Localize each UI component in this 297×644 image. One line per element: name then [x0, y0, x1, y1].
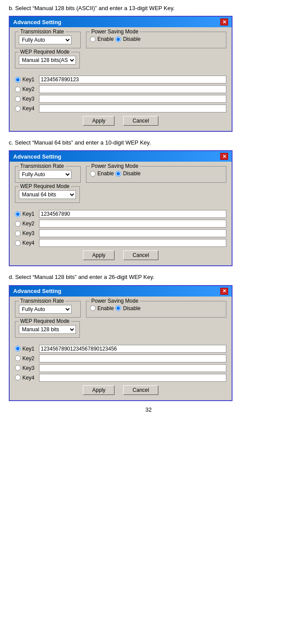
dialog-c-key1-row: Key1: [15, 210, 226, 218]
dialog-d-key1-input[interactable]: [39, 345, 226, 353]
dialog-b-close-button[interactable]: ✕: [220, 18, 228, 25]
dialog-c-key2-row: Key2: [15, 220, 226, 228]
dialog-c-transmission-group: Transmission Rate Fully Auto: [15, 166, 81, 183]
dialog-b-key4-row: Key4: [15, 105, 226, 112]
dialog-c-key3-label: Key3: [22, 230, 34, 236]
dialog-d-enable-label: Enable: [97, 305, 114, 311]
dialog-b-top-row: Transmission Rate Fully Auto Power Savin…: [15, 32, 226, 48]
dialog-c-key1-radio[interactable]: [15, 211, 21, 217]
dialog-d-enable-radio[interactable]: [90, 305, 96, 311]
dialog-d: Advanced Setting ✕ Transmission Rate Ful…: [9, 285, 233, 401]
dialog-c-transmission-select[interactable]: Fully Auto: [19, 170, 72, 179]
dialog-b-body: Transmission Rate Fully Auto Power Savin…: [10, 27, 232, 131]
dialog-d-cancel-button[interactable]: Cancel: [123, 385, 158, 395]
dialog-d-transmission-group: Transmission Rate Fully Auto: [15, 301, 81, 318]
dialog-c-transmission-label: Transmission Rate: [19, 163, 65, 169]
dialog-d-key1-row: Key1: [15, 345, 226, 353]
dialog-b-power-label: Power Saving Mode: [90, 29, 140, 35]
dialog-b-titlebar: Advanced Setting ✕: [10, 17, 232, 27]
dialog-c-apply-button[interactable]: Apply: [83, 250, 115, 260]
dialog-d-key2-input[interactable]: [39, 355, 226, 362]
dialog-b-key2-label: Key2: [22, 86, 34, 92]
dialog-c-title: Advanced Setting: [13, 153, 61, 160]
dialog-c-key4-input[interactable]: [39, 239, 226, 247]
dialog-c-key1-label: Key1: [22, 211, 34, 217]
dialog-c-key2-radio[interactable]: [15, 221, 21, 227]
dialog-c-top-row: Transmission Rate Fully Auto Power Savin…: [15, 166, 226, 183]
dialog-b-power-row: Enable Disable: [90, 36, 222, 42]
dialog-d-close-button[interactable]: ✕: [220, 288, 228, 295]
dialog-d-key3-radio[interactable]: [15, 365, 21, 371]
dialog-b-key1-row: Key1: [15, 76, 226, 83]
dialog-b-disable-radio[interactable]: [115, 36, 121, 42]
dialog-d-titlebar: Advanced Setting ✕: [10, 286, 232, 297]
dialog-d-wep-group: WEP Required Mode Manual 128 bits: [15, 321, 80, 338]
dialog-c-key3-radio[interactable]: [15, 231, 21, 236]
dialog-c-disable-radio[interactable]: [115, 171, 121, 177]
dialog-b-enable-radio[interactable]: [90, 36, 96, 42]
dialog-b-key4-radio[interactable]: [15, 106, 21, 112]
dialog-d-key3-row: Key3: [15, 364, 226, 372]
dialog-c-disable-label: Disable: [123, 170, 140, 177]
dialog-b-key1-radio[interactable]: [15, 77, 21, 83]
dialog-d-key2-row: Key2: [15, 355, 226, 362]
dialog-b-apply-button[interactable]: Apply: [83, 116, 115, 126]
dialog-b-key1-input[interactable]: [39, 76, 226, 83]
dialog-b-key3-row: Key3: [15, 95, 226, 103]
dialog-c-keys-section: Key1 Key2 Key3: [15, 210, 226, 247]
dialog-d-power-row: Enable Disable: [90, 305, 222, 311]
dialog-d-key1-label: Key1: [22, 346, 34, 352]
dialog-c-cancel-button[interactable]: Cancel: [123, 250, 158, 260]
dialog-d-power-label: Power Saving Mode: [90, 298, 140, 304]
dialog-d-transmission-select[interactable]: Fully Auto: [19, 305, 72, 314]
dialog-d-buttons: Apply Cancel: [15, 385, 226, 395]
dialog-b-key2-radio[interactable]: [15, 87, 21, 92]
dialog-d-key1-radio[interactable]: [15, 346, 21, 351]
dialog-d-key4-label: Key4: [22, 375, 34, 381]
dialog-b-key2-input[interactable]: [39, 85, 226, 93]
dialog-c-key4-radio[interactable]: [15, 240, 21, 246]
dialog-b-key4-input[interactable]: [39, 105, 226, 112]
dialog-d-title: Advanced Setting: [13, 288, 61, 294]
dialog-b-disable-label: Disable: [123, 36, 140, 42]
dialog-d-key3-input[interactable]: [39, 364, 226, 372]
dialog-d-key4-row: Key4: [15, 374, 226, 382]
dialog-d-transmission-label: Transmission Rate: [19, 298, 65, 304]
dialog-d-wep-select[interactable]: Manual 128 bits: [19, 325, 76, 334]
dialog-c-power-row: Enable Disable: [90, 170, 222, 177]
section-d-label: d. Select “Manual 128 bits” and enter a …: [9, 273, 288, 281]
dialog-c-wep-select[interactable]: Manual 64 bits: [19, 190, 76, 199]
dialog-b-key3-input[interactable]: [39, 95, 226, 103]
dialog-b-key3-radio[interactable]: [15, 96, 21, 102]
dialog-b-enable-label: Enable: [97, 36, 114, 42]
dialog-d-wep-label: WEP Required Mode: [19, 318, 71, 324]
dialog-d-key4-radio[interactable]: [15, 375, 21, 380]
dialog-c-key3-input[interactable]: [39, 229, 226, 237]
dialog-c-wep-label: WEP Required Mode: [19, 183, 71, 189]
dialog-c-key4-row: Key4: [15, 239, 226, 247]
dialog-c-titlebar: Advanced Setting ✕: [10, 151, 232, 162]
dialog-b-transmission-select[interactable]: Fully Auto: [19, 36, 72, 44]
dialog-b-cancel-button[interactable]: Cancel: [123, 116, 158, 126]
dialog-c-key4-label: Key4: [22, 240, 34, 246]
dialog-c-buttons: Apply Cancel: [15, 250, 226, 260]
dialog-b-transmission-group: Transmission Rate Fully Auto: [15, 32, 81, 48]
dialog-d-key2-radio[interactable]: [15, 355, 21, 361]
dialog-c-enable-radio[interactable]: [90, 171, 96, 177]
page-number: 32: [9, 406, 288, 413]
dialog-d-disable-radio[interactable]: [115, 305, 121, 311]
dialog-c: Advanced Setting ✕ Transmission Rate Ful…: [9, 150, 233, 266]
dialog-c-wep-group: WEP Required Mode Manual 64 bits: [15, 186, 80, 203]
dialog-c-key1-input[interactable]: [39, 210, 226, 218]
dialog-d-apply-button[interactable]: Apply: [83, 385, 115, 395]
dialog-b-wep-select[interactable]: Manual 128 bits(ASCII): [19, 56, 76, 65]
dialog-c-key3-row: Key3: [15, 229, 226, 237]
dialog-b-key4-label: Key4: [22, 105, 34, 112]
dialog-b-key2-row: Key2: [15, 85, 226, 93]
dialog-d-keys-section: Key1 Key2 Key3: [15, 345, 226, 382]
dialog-c-key2-input[interactable]: [39, 220, 226, 228]
dialog-d-key4-input[interactable]: [39, 374, 226, 382]
intro-text-b: b. Select “Manual 128 bits (ASCII)” and …: [9, 4, 288, 12]
section-c-label: c. Select “Manual 64 bits” and enter a 1…: [9, 139, 288, 147]
dialog-c-close-button[interactable]: ✕: [220, 153, 228, 160]
